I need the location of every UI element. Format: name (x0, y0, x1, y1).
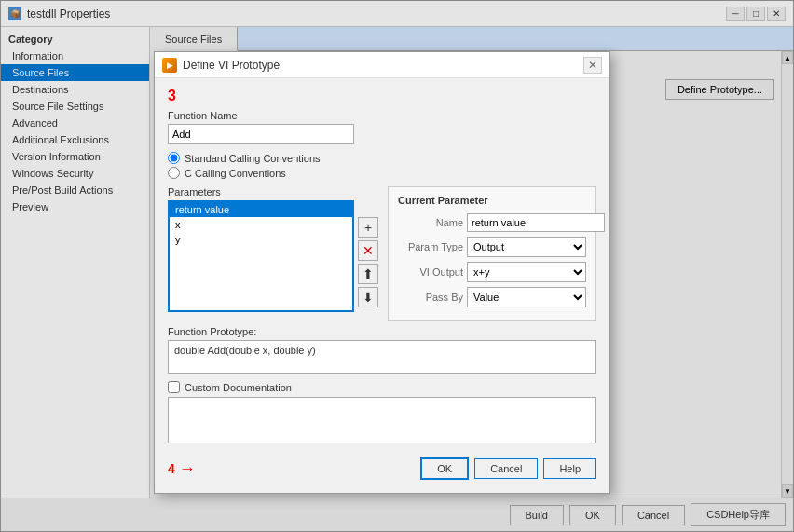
cp-param-type-select[interactable]: Output Input (467, 237, 586, 257)
function-name-label: Function Name (168, 110, 596, 121)
param-return-value[interactable]: return value (170, 202, 352, 217)
c-calling-label: C Calling Conventions (185, 168, 286, 179)
function-prototype-group: Function Prototype: double Add(double x,… (168, 326, 596, 374)
c-calling-radio[interactable] (168, 167, 180, 179)
param-add-button[interactable]: + (358, 217, 378, 238)
dialog-cancel-button[interactable]: Cancel (474, 458, 538, 479)
function-name-group: Function Name (168, 110, 596, 144)
param-down-button[interactable]: ⬇ (358, 287, 378, 307)
step-4-arrow: 4 → (168, 459, 196, 479)
standard-calling-label: Standard Calling Conventions (185, 153, 321, 164)
cp-vi-output-label: VI Output (398, 266, 463, 278)
cp-pass-by-row: Pass By Value Pointer (398, 287, 586, 307)
cp-name-input[interactable] (467, 213, 605, 232)
arrow-right-icon: → (179, 459, 196, 479)
param-y[interactable]: y (170, 232, 352, 247)
param-delete-button[interactable]: ✕ (358, 240, 378, 261)
dialog-icon: ▶ (162, 58, 177, 73)
custom-doc-textarea[interactable] (168, 397, 596, 443)
cp-name-label: Name (398, 217, 463, 228)
prototype-label: Function Prototype: (168, 326, 596, 337)
dialog-close-button[interactable]: ✕ (583, 57, 602, 74)
cp-pass-by-select[interactable]: Value Pointer (467, 287, 586, 307)
params-action-buttons: + ✕ ⬆ ⬇ (358, 200, 378, 312)
dialog-titlebar: ▶ Define VI Prototype ✕ (155, 52, 609, 78)
current-parameter-title: Current Parameter (398, 195, 586, 206)
modal-overlay: ▶ Define VI Prototype ✕ 3 Function Name (0, 0, 794, 532)
parameters-section: Parameters return value x y + ✕ ⬆ (168, 186, 378, 312)
parameters-list[interactable]: return value x y (168, 200, 354, 312)
calling-conventions-group: Standard Calling Conventions C Calling C… (168, 152, 596, 179)
dialog-title: Define VI Prototype (183, 59, 280, 72)
cp-param-type-label: Param Type (398, 241, 463, 252)
step-3-number: 3 (168, 88, 596, 104)
cp-name-row: Name (398, 213, 586, 232)
custom-doc-checkbox[interactable] (168, 381, 180, 393)
dialog-bottom-bar: 4 → OK Cancel Help (168, 454, 596, 480)
params-list-row: return value x y + ✕ ⬆ ⬇ (168, 200, 378, 312)
custom-doc-row: Custom Documentation (168, 381, 596, 393)
parameters-label: Parameters (168, 186, 378, 198)
prototype-box: double Add(double x, double y) (168, 340, 596, 374)
dialog-help-button[interactable]: Help (543, 458, 596, 479)
cp-vi-output-select[interactable]: x+y (467, 262, 586, 282)
custom-doc-label: Custom Documentation (185, 382, 292, 393)
params-row: Parameters return value x y + ✕ ⬆ (168, 186, 596, 321)
cp-param-type-row: Param Type Output Input (398, 237, 586, 257)
function-name-input[interactable] (168, 124, 354, 144)
define-vi-prototype-dialog: ▶ Define VI Prototype ✕ 3 Function Name (154, 51, 610, 494)
standard-calling-radio[interactable] (168, 152, 180, 164)
dialog-body: 3 Function Name Standard Calling Convent… (155, 78, 609, 493)
param-up-button[interactable]: ⬆ (358, 264, 378, 284)
main-window: 📦 testdll Properties ─ □ ✕ Category Info… (0, 0, 794, 532)
cp-vi-output-row: VI Output x+y (398, 262, 586, 282)
step-4-number: 4 (168, 461, 175, 476)
current-parameter-panel: Current Parameter Name Param Type Output… (388, 186, 596, 321)
dialog-ok-button[interactable]: OK (420, 457, 469, 480)
param-x[interactable]: x (170, 217, 352, 232)
cp-pass-by-label: Pass By (398, 292, 463, 303)
